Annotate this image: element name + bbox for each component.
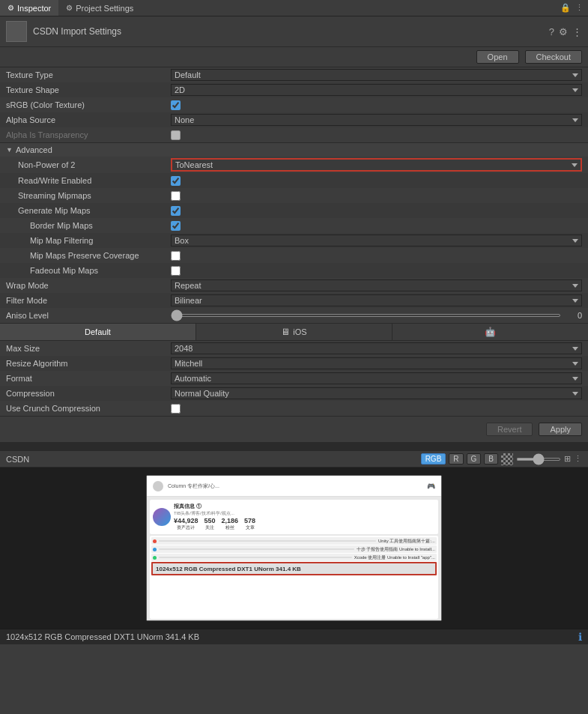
texture-type-select[interactable]: Default Normal Map Sprite (2D and UI) — [171, 69, 582, 81]
channel-rgb-btn[interactable]: RGB — [421, 453, 446, 465]
mip-map-filtering-control: Box Kaiser — [171, 235, 582, 246]
preview-info-icon[interactable]: ℹ — [578, 631, 582, 643]
settings-panel: Texture Type Default Normal Map Sprite (… — [0, 67, 588, 323]
alpha-transparency-checkbox[interactable] — [171, 130, 181, 140]
open-button[interactable]: Open — [476, 50, 519, 64]
preview-controls: RGB R G B ⊞ ⋮ — [421, 453, 582, 465]
generate-mip-maps-checkbox[interactable] — [171, 206, 181, 216]
non-power-of-2-select[interactable]: None ToNearest ToLarger ToSmaller — [171, 158, 582, 172]
asset-thumbnail — [6, 21, 27, 42]
preview-menu-icon[interactable]: ⋮ — [574, 454, 582, 464]
wrap-mode-select[interactable]: Repeat Clamp Mirror Mirror Once — [171, 279, 582, 291]
streaming-mipmaps-row: Streaming Mipmaps — [0, 188, 588, 203]
filter-mode-control: Point (no filter) Bilinear Trilinear — [171, 294, 582, 306]
fadeout-mip-maps-label: Fadeout Mip Maps — [6, 266, 171, 275]
alpha-source-select[interactable]: None Input Texture Alpha From Gray Scale — [171, 114, 582, 126]
crunch-compression-label: Use Crunch Compression — [6, 404, 171, 413]
help-icon[interactable]: ? — [549, 26, 554, 37]
read-write-checkbox[interactable] — [171, 176, 181, 186]
alpha-checker-icon[interactable] — [501, 453, 513, 465]
format-row: Format Automatic RGB 24 bit RGBA 32 bit — [0, 371, 588, 386]
preview-panel: CSDN RGB R G B ⊞ ⋮ Column 专栏作家/心... 🎮 — [0, 451, 588, 644]
advanced-section-header[interactable]: ▼ Advanced — [0, 142, 588, 157]
max-size-label: Max Size — [6, 344, 171, 353]
max-size-select[interactable]: 3264128256 5121024204840968192 — [171, 342, 582, 354]
mip-map-filtering-select[interactable]: Box Kaiser — [171, 235, 582, 246]
alpha-source-control: None Input Texture Alpha From Gray Scale — [171, 114, 582, 126]
tab-bar-actions: 🔒 ⋮ — [560, 3, 588, 13]
aniso-level-slider[interactable] — [171, 314, 561, 317]
wrap-mode-row: Wrap Mode Repeat Clamp Mirror Mirror Onc… — [0, 278, 588, 293]
fadeout-mip-maps-control — [171, 266, 582, 276]
header-left: CSDN Import Settings — [6, 21, 121, 42]
mock-line-3 — [159, 557, 352, 558]
border-mip-maps-label: Border Mip Maps — [6, 221, 171, 230]
mock-avatar-lg — [153, 508, 171, 526]
channel-g-btn[interactable]: G — [467, 453, 482, 465]
tab-bar-menu-icon[interactable]: ⋮ — [575, 3, 584, 13]
platform-tab-default[interactable]: Default — [0, 324, 196, 340]
texture-type-label: Texture Type — [6, 70, 171, 79]
preview-image-area: Column 专栏作家/心... 🎮 报真信息 ① TIB头条/博客/技术/科学… — [0, 468, 588, 629]
platform-settings-panel: Max Size 3264128256 5121024204840968192 … — [0, 341, 588, 416]
compression-control: None Low Quality Normal Quality High Qua… — [171, 387, 582, 399]
resize-algorithm-select[interactable]: Mitchell Bilinear — [171, 357, 582, 369]
lock-icon[interactable]: 🔒 — [560, 3, 571, 13]
platform-tab-ios[interactable]: iOS — [196, 324, 392, 340]
mip-maps-preserve-row: Mip Maps Preserve Coverage — [0, 248, 588, 263]
texture-shape-label: Texture Shape — [6, 85, 171, 94]
checkerboard-icon[interactable]: ⊞ — [564, 454, 571, 464]
wrap-mode-label: Wrap Mode — [6, 281, 171, 290]
checkout-button[interactable]: Checkout — [525, 50, 582, 64]
non-power-of-2-control: None ToNearest ToLarger ToSmaller — [171, 158, 582, 172]
format-select[interactable]: Automatic RGB 24 bit RGBA 32 bit — [171, 372, 582, 384]
channel-r-btn[interactable]: R — [449, 453, 463, 465]
compression-select[interactable]: None Low Quality Normal Quality High Qua… — [171, 387, 582, 399]
wrap-mode-control: Repeat Clamp Mirror Mirror Once — [171, 279, 582, 291]
non-power-of-2-label: Non-Power of 2 — [6, 160, 171, 169]
header-menu-icon[interactable]: ⋮ — [572, 26, 582, 37]
alpha-transparency-row: Alpha Is Transparency — [0, 127, 588, 142]
settings-gear-icon[interactable]: ⚙ — [559, 26, 568, 37]
max-size-control: 3264128256 5121024204840968192 — [171, 342, 582, 354]
crunch-compression-checkbox[interactable] — [171, 404, 181, 414]
tab-inspector[interactable]: ⚙ Inspector — [0, 0, 58, 16]
filter-mode-select[interactable]: Point (no filter) Bilinear Trilinear — [171, 294, 582, 306]
mip-map-filtering-label: Mip Map Filtering — [6, 236, 171, 245]
filter-mode-label: Filter Mode — [6, 296, 171, 305]
texture-shape-select[interactable]: 2D Cube — [171, 84, 582, 96]
srgb-row: sRGB (Color Texture) — [0, 97, 588, 112]
mock-list-item-3: Xcode 使用注册 Unable to Install "app"... — [151, 554, 437, 561]
streaming-mipmaps-checkbox[interactable] — [171, 191, 181, 201]
fadeout-mip-maps-checkbox[interactable] — [171, 266, 181, 276]
border-mip-maps-control — [171, 221, 582, 231]
srgb-control — [171, 100, 582, 110]
platform-ios-label: iOS — [293, 327, 306, 336]
border-mip-maps-checkbox[interactable] — [171, 221, 181, 231]
srgb-label: sRGB (Color Texture) — [6, 100, 171, 109]
platform-tabs: Default iOS — [0, 323, 588, 341]
mock-stat-1: ¥44,928 资产总计 — [174, 517, 198, 531]
format-label: Format — [6, 374, 171, 383]
channel-b-btn[interactable]: B — [484, 453, 498, 465]
resize-algorithm-control: Mitchell Bilinear — [171, 357, 582, 369]
advanced-section-label: Advanced — [16, 145, 52, 154]
tab-project-settings[interactable]: ⚙ Project Settings — [58, 0, 141, 16]
alpha-source-label: Alpha Source — [6, 115, 171, 124]
resize-algorithm-row: Resize Algorithm Mitchell Bilinear — [0, 356, 588, 371]
apply-button[interactable]: Apply — [539, 423, 582, 436]
brightness-slider[interactable] — [516, 458, 561, 461]
crunch-compression-control — [171, 404, 582, 414]
project-settings-gear-icon: ⚙ — [66, 4, 73, 12]
srgb-checkbox[interactable] — [171, 100, 181, 110]
mock-line-1 — [159, 540, 376, 542]
streaming-mipmaps-label: Streaming Mipmaps — [6, 191, 171, 200]
revert-button[interactable]: Revert — [486, 423, 533, 436]
preview-status-text: 1024x512 RGB Compressed DXT1 UNorm 341.4… — [6, 632, 199, 641]
mock-dot-1 — [153, 539, 157, 543]
inspector-gear-icon: ⚙ — [7, 4, 14, 12]
mock-stat-4: 578 文章 — [244, 517, 255, 531]
mip-maps-preserve-checkbox[interactable] — [171, 251, 181, 261]
action-buttons: Revert Apply — [0, 416, 588, 442]
platform-tab-android[interactable] — [392, 324, 588, 340]
